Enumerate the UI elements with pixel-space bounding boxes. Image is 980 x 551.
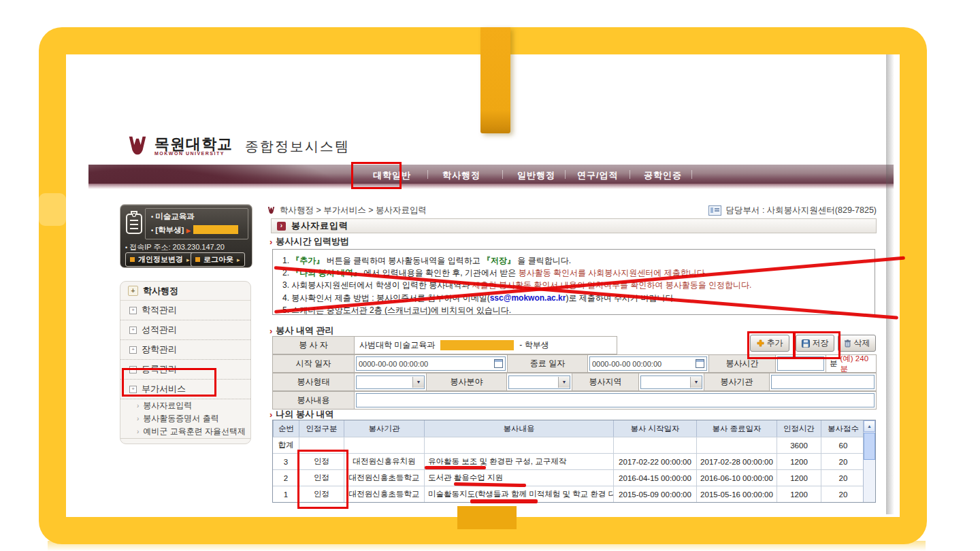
dropdown-arrow-icon[interactable]: ▼ bbox=[412, 377, 424, 388]
sidebar-item-1[interactable]: +학적관리 bbox=[120, 301, 250, 320]
time-input[interactable] bbox=[777, 356, 824, 371]
org-cell bbox=[770, 373, 876, 390]
sidebar-item-label: 장학관리 bbox=[142, 344, 177, 356]
nav-tab-3[interactable]: 일반행정 bbox=[517, 169, 555, 182]
arrow-icon: ▶ bbox=[186, 227, 191, 234]
time-example: (예) 240분 bbox=[840, 354, 875, 374]
history-cell: 대전원신흥유치원 bbox=[344, 453, 424, 469]
type-label: 봉사형태 bbox=[273, 373, 355, 390]
howto-text-segment: 『저장』 bbox=[483, 256, 515, 265]
history-header-cell: 봉사 시작일자 bbox=[613, 420, 696, 437]
chevron-icon: › bbox=[137, 402, 139, 410]
history-row-1[interactable]: 1인정대전원신흥초등학교미술활동지도(학생들과 함께 미적체험 및 학교 환경 … bbox=[273, 486, 875, 502]
time-cell bbox=[776, 355, 826, 372]
sidebar-item-label: 부가서비스 bbox=[142, 383, 186, 395]
field-select[interactable]: ▼ bbox=[508, 375, 570, 389]
history-cell: 20 bbox=[821, 469, 865, 486]
start-date-label: 시작 일자 bbox=[273, 355, 355, 372]
breadcrumb-text: 학사행정 > 부가서비스 > 봉사자료입력 bbox=[280, 205, 427, 216]
region-select[interactable]: ▼ bbox=[640, 375, 702, 389]
scrollbar-thumb[interactable] bbox=[864, 433, 875, 460]
table-scrollbar[interactable]: ▲ bbox=[863, 420, 875, 502]
date-row: 시작 일자 0000-00-00 00:00:00 종료 일자 0000-00-… bbox=[272, 354, 877, 373]
sidebar-subitem-3[interactable]: ›예비군 교육훈련 자율선택제 bbox=[120, 425, 250, 438]
calendar-icon[interactable] bbox=[494, 359, 503, 368]
nav-separator bbox=[427, 170, 428, 179]
calendar-icon[interactable] bbox=[696, 359, 704, 368]
howto-section-label: ›봉사시간 입력방법 bbox=[270, 235, 349, 248]
howto-text-segment: 버튼을 클릭하며 봉사활동내역을 입력하고 bbox=[324, 256, 483, 265]
trash-icon bbox=[844, 339, 851, 348]
sidebar-subitem-2[interactable]: ›봉사활동증명서 출력 bbox=[120, 412, 250, 425]
plus-box-icon: + bbox=[129, 386, 137, 393]
sidebar-item-2[interactable]: +성적관리 bbox=[120, 320, 250, 340]
chevron-icon: › bbox=[270, 237, 272, 247]
university-logo-icon bbox=[267, 206, 276, 215]
history-cell: 도서관 활용수업 지원 bbox=[424, 469, 613, 486]
user-department: •미술교육과 bbox=[151, 212, 195, 222]
nav-tab-2[interactable]: 학사행정 bbox=[442, 169, 480, 182]
category-row: 봉사형태 ▼ 봉사분야 ▼ 봉사지역 ▼ 봉사기관 bbox=[272, 373, 877, 391]
system-title: 종합정보시스템 bbox=[245, 137, 350, 156]
history-row-2[interactable]: 2인정대전원신흥초등학교도서관 활용수업 지원2016-04-15 00:00:… bbox=[273, 469, 875, 486]
nav-tab-5[interactable]: 공학인증 bbox=[644, 169, 682, 182]
plus-box-icon: + bbox=[129, 327, 137, 334]
chevron-icon: › bbox=[270, 410, 272, 420]
org-input[interactable] bbox=[771, 375, 875, 389]
howto-text-segment: ssc@mokwon.ac.kr bbox=[490, 293, 566, 303]
sidebar-menu-header[interactable]: + 학사행정 bbox=[120, 282, 250, 301]
dropdown-arrow-icon[interactable]: ▼ bbox=[558, 377, 570, 388]
dropdown-arrow-icon[interactable]: ▼ bbox=[690, 377, 702, 388]
save-button[interactable]: 저장 bbox=[796, 335, 834, 352]
field-label: 봉사분야 bbox=[427, 373, 507, 390]
nav-separator bbox=[502, 170, 503, 179]
content-row: 봉사내용 bbox=[272, 391, 877, 410]
university-name: 목원대학교 bbox=[154, 137, 233, 151]
redacted-name-block bbox=[440, 340, 514, 350]
start-date-cell: 0000-00-00 00:00:00 bbox=[355, 355, 508, 372]
type-select[interactable]: ▼ bbox=[356, 375, 425, 389]
howto-instructions-box: 1. 『추가』 버튼을 클릭하며 봉사활동내역을 입력하고 『저장』 을 클릭합… bbox=[272, 249, 875, 315]
logout-button[interactable]: 로그아웃▸ bbox=[191, 252, 245, 267]
nav-tab-1[interactable]: 대학일반 bbox=[373, 169, 411, 182]
add-plus-icon bbox=[757, 339, 764, 347]
nav-tab-4[interactable]: 연구/업적 bbox=[577, 169, 619, 182]
sidebar-subitems: ›봉사자료입력›봉사활동증명서 출력›예비군 교육훈련 자율선택제 bbox=[120, 399, 250, 439]
nav-separator bbox=[630, 170, 630, 179]
content-input[interactable] bbox=[356, 393, 875, 407]
history-cell: 2017-02-22 00:00:00 bbox=[613, 453, 696, 469]
university-name-en: MOKWON UNIVERSITY bbox=[154, 151, 233, 156]
end-date-input[interactable]: 0000-00-00 00:00:00 bbox=[589, 356, 707, 371]
sidebar-menu: + 학사행정 +학적관리+성적관리+장학관리+등록관리+부가서비스 ›봉사자료입… bbox=[120, 281, 251, 444]
history-cell: 20 bbox=[821, 486, 865, 502]
history-header-cell: 인정시간 bbox=[777, 420, 821, 437]
history-row-3[interactable]: 3인정대전원신흥유치원유아활동 보조 및 환경판 구성, 교구제작2017-02… bbox=[273, 453, 875, 469]
history-cell: 미술활동지도(학생들과 함께 미적체험 및 학교 환경 디 bbox=[424, 486, 613, 502]
chevron-icon: › bbox=[137, 415, 139, 422]
history-cell: 2 bbox=[273, 469, 299, 486]
time-label: 봉사시간 bbox=[709, 355, 776, 372]
field-cell: ▼ bbox=[507, 373, 572, 390]
volunteer-row: 봉 사 자 사범대학 미술교육과 - 학부생 bbox=[272, 336, 617, 354]
start-date-input[interactable]: 0000-00-00 00:00:00 bbox=[356, 356, 506, 371]
history-cell: 인정 bbox=[299, 453, 344, 469]
history-total-row[interactable]: 합계360060 bbox=[273, 437, 875, 453]
history-header-cell: 봉사기관 bbox=[344, 420, 424, 437]
history-cell: 1 bbox=[273, 486, 299, 502]
id-card-icon bbox=[708, 205, 721, 216]
main-nav-bar: 대학일반학사행정일반행정연구/업적공학인증 bbox=[88, 165, 894, 184]
plus-box-icon: + bbox=[128, 286, 138, 296]
delete-button[interactable]: 삭제 bbox=[838, 335, 876, 352]
screenshot-canvas: 목원대학교 MOKWON UNIVERSITY 종합정보시스템 대학일반학사행정… bbox=[0, 0, 980, 551]
sidebar-subitem-1[interactable]: ›봉사자료입력 bbox=[120, 399, 250, 412]
privacy-settings-button[interactable]: 개인정보변경▸ bbox=[125, 252, 195, 267]
sidebar-item-label: 성적관리 bbox=[142, 324, 177, 336]
sidebar-item-5[interactable]: +부가서비스 bbox=[120, 380, 250, 399]
scroll-up-icon[interactable]: ▲ bbox=[864, 420, 875, 432]
square-bullet-icon bbox=[130, 257, 135, 262]
history-cell: 2015-05-09 00:00:00 bbox=[613, 486, 696, 502]
history-cell bbox=[696, 437, 777, 453]
sidebar-item-3[interactable]: +장학관리 bbox=[120, 340, 250, 360]
add-button[interactable]: 추가 bbox=[750, 335, 789, 352]
sidebar-item-4[interactable]: +등록관리 bbox=[120, 360, 250, 380]
